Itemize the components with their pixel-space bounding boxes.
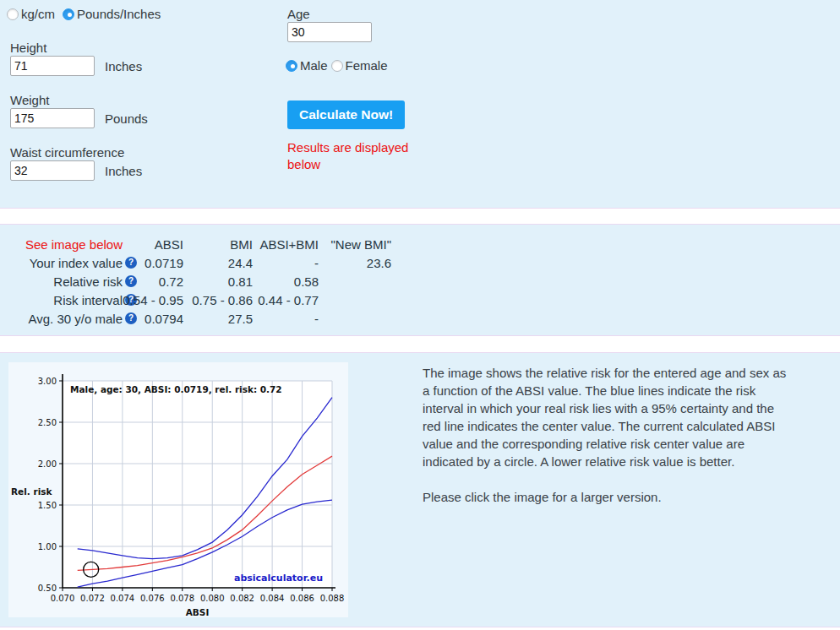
- table-cell: [319, 291, 391, 309]
- height-unit-label: Inches: [105, 59, 142, 73]
- sex-option-male[interactable]: Male: [286, 58, 328, 73]
- chart-description: The image shows the relative risk for th…: [423, 364, 793, 506]
- unit-option-kgcm-label: kg/cm: [21, 7, 55, 21]
- chart-click-hint: Please click the image for a larger vers…: [423, 488, 793, 506]
- results-section: See image below ABSI BMI ABSI+BMI "New B…: [0, 224, 840, 336]
- table-cell: 0.81: [183, 272, 253, 291]
- column-header-absi-bmi: ABSI+BMI: [253, 235, 319, 253]
- unit-option-kgcm[interactable]: kg/cm: [7, 7, 55, 21]
- svg-text:1.50: 1.50: [38, 501, 57, 510]
- sex-option-female-label: Female: [346, 58, 388, 73]
- unit-radio-group: kg/cm Pounds/Inches: [7, 7, 161, 21]
- table-cell: 27.5: [183, 309, 253, 328]
- unit-option-pounds-inches-label: Pounds/Inches: [77, 7, 161, 21]
- table-cell: 23.6: [319, 253, 391, 272]
- svg-text:3.00: 3.00: [38, 377, 57, 386]
- radio-male-icon[interactable]: [286, 60, 297, 72]
- row-label-index-value: Your index value?: [10, 253, 137, 272]
- svg-text:0.082: 0.082: [230, 594, 254, 603]
- calculate-button[interactable]: Calculate Now!: [287, 100, 405, 129]
- svg-text:0.076: 0.076: [140, 594, 165, 603]
- svg-text:Male, age: 30, ABSI: 0.0719, r: Male, age: 30, ABSI: 0.0719, rel. risk: …: [70, 384, 282, 394]
- table-cell: 0.44 - 0.77: [253, 291, 319, 309]
- table-cell: [319, 272, 391, 291]
- svg-text:0.072: 0.072: [80, 594, 105, 603]
- table-corner-label: See image below: [10, 235, 137, 253]
- table-cell: 24.4: [183, 253, 253, 272]
- age-input[interactable]: [287, 22, 372, 42]
- weight-label: Weight: [10, 93, 49, 107]
- svg-text:0.080: 0.080: [200, 594, 225, 603]
- table-cell: 0.54 - 0.95: [137, 291, 183, 309]
- sex-radio-group: Male Female: [286, 58, 388, 73]
- table-cell: 0.0719: [137, 253, 183, 272]
- help-icon[interactable]: ?: [125, 257, 137, 269]
- sex-option-male-label: Male: [300, 58, 328, 73]
- waist-unit-label: Inches: [105, 164, 142, 178]
- table-cell: 0.72: [137, 272, 183, 291]
- row-label-risk-interval: Risk interval?: [10, 291, 137, 309]
- chart-section: 0.0700.0720.0740.0760.0780.0800.0820.084…: [0, 352, 840, 627]
- waist-input[interactable]: [10, 160, 95, 181]
- weight-input[interactable]: [10, 108, 95, 128]
- svg-text:1.00: 1.00: [38, 542, 57, 551]
- table-cell: 0.0794: [137, 309, 183, 328]
- unit-option-pounds-inches[interactable]: Pounds/Inches: [63, 7, 161, 21]
- svg-text:0.084: 0.084: [260, 594, 285, 603]
- results-note: Results are displayed below: [287, 139, 414, 173]
- svg-text:absicalculator.eu: absicalculator.eu: [234, 573, 323, 584]
- radio-pounds-inches-icon[interactable]: [63, 8, 74, 20]
- table-cell: [319, 309, 391, 328]
- svg-text:0.088: 0.088: [320, 594, 345, 603]
- table-cell: -: [253, 253, 319, 272]
- row-label-relative-risk: Relative risk?: [10, 272, 137, 291]
- table-cell: 0.58: [253, 272, 319, 291]
- table-cell: -: [253, 309, 319, 328]
- waist-label: Waist circumference: [10, 145, 124, 160]
- help-icon[interactable]: ?: [125, 312, 137, 324]
- svg-text:ABSI: ABSI: [186, 607, 210, 617]
- results-table: See image below ABSI BMI ABSI+BMI "New B…: [10, 235, 391, 328]
- column-header-new-bmi: "New BMI": [319, 235, 391, 253]
- radio-kgcm-icon[interactable]: [7, 8, 19, 20]
- svg-text:0.070: 0.070: [51, 594, 75, 603]
- row-label-average-male: Avg. 30 y/o male?: [10, 309, 137, 328]
- absi-calculator-page: kg/cm Pounds/Inches Height Inches Weight…: [0, 0, 840, 630]
- radio-female-icon[interactable]: [331, 60, 343, 72]
- svg-text:Rel. risk: Rel. risk: [11, 486, 52, 497]
- svg-text:0.50: 0.50: [38, 584, 57, 593]
- svg-text:0.086: 0.086: [290, 594, 314, 603]
- column-header-absi: ABSI: [137, 235, 183, 253]
- table-cell: 0.75 - 0.86: [183, 291, 253, 309]
- help-icon[interactable]: ?: [125, 275, 137, 287]
- height-input[interactable]: [10, 56, 95, 76]
- risk-chart-svg[interactable]: 0.0700.0720.0740.0760.0780.0800.0820.084…: [8, 362, 348, 617]
- weight-unit-label: Pounds: [105, 111, 148, 126]
- svg-text:2.00: 2.00: [38, 459, 57, 469]
- svg-text:0.078: 0.078: [170, 594, 194, 603]
- chart-description-paragraph: The image shows the relative risk for th…: [423, 364, 793, 470]
- svg-text:2.50: 2.50: [38, 418, 57, 427]
- form-section: kg/cm Pounds/Inches Height Inches Weight…: [0, 0, 840, 209]
- column-header-bmi: BMI: [183, 235, 253, 253]
- svg-text:0.074: 0.074: [111, 594, 135, 603]
- risk-chart-image[interactable]: 0.0700.0720.0740.0760.0780.0800.0820.084…: [8, 362, 348, 617]
- height-label: Height: [10, 41, 46, 55]
- sex-option-female[interactable]: Female: [331, 58, 388, 73]
- age-label: Age: [287, 7, 310, 21]
